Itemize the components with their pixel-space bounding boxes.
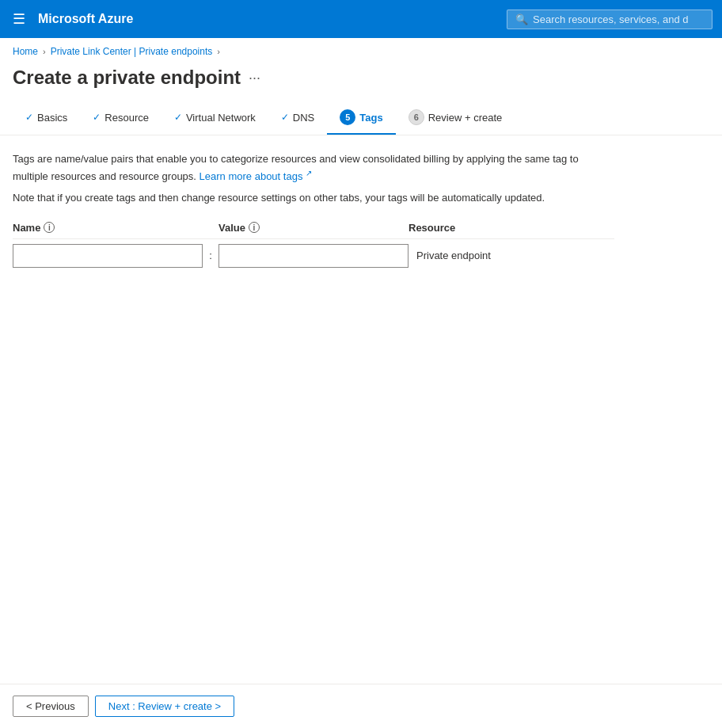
tags-badge: 5 bbox=[340, 109, 355, 125]
page-options-icon[interactable]: ··· bbox=[249, 70, 260, 86]
resource-check-icon: ✓ bbox=[93, 112, 101, 123]
breadcrumb-home[interactable]: Home bbox=[13, 46, 38, 57]
col-header-name: Name i bbox=[13, 222, 203, 234]
dns-check-icon: ✓ bbox=[281, 112, 289, 123]
tags-table: Name i Value i Resource : Private endpoi… bbox=[13, 222, 614, 273]
tab-basics-label: Basics bbox=[37, 112, 67, 124]
tag-value-input[interactable] bbox=[218, 244, 408, 268]
tab-dns[interactable]: ✓ DNS bbox=[268, 104, 327, 133]
tab-virtual-network-label: Virtual Network bbox=[186, 112, 256, 124]
col-resource-label: Resource bbox=[408, 222, 455, 234]
breadcrumb-parent[interactable]: Private Link Center | Private endpoints bbox=[51, 46, 213, 57]
virtual-network-check-icon: ✓ bbox=[174, 112, 182, 123]
note-text: Note that if you create tags and then ch… bbox=[13, 190, 614, 206]
search-icon: 🔍 bbox=[515, 13, 528, 25]
topbar: ☰ Microsoft Azure 🔍 Search resources, se… bbox=[0, 0, 722, 38]
review-create-badge: 6 bbox=[408, 109, 424, 125]
tag-value-cell bbox=[218, 244, 408, 268]
name-info-icon[interactable]: i bbox=[44, 222, 55, 233]
col-header-resource: Resource bbox=[408, 222, 614, 234]
tags-table-row: : Private endpoint bbox=[13, 239, 614, 273]
wizard-tabs: ✓ Basics ✓ Resource ✓ Virtual Network ✓ … bbox=[0, 101, 722, 135]
page-title: Create a private endpoint bbox=[13, 67, 241, 89]
tab-resource-label: Resource bbox=[104, 112, 149, 124]
value-info-icon[interactable]: i bbox=[249, 222, 260, 233]
page-header: Create a private endpoint ··· bbox=[0, 60, 722, 101]
col-value-label: Value bbox=[218, 222, 245, 234]
col-name-label: Name bbox=[13, 222, 40, 234]
tags-table-header: Name i Value i Resource bbox=[13, 222, 614, 239]
col-header-value: Value i bbox=[218, 222, 408, 234]
breadcrumb-sep-1: › bbox=[43, 47, 46, 56]
breadcrumb-sep-2: › bbox=[217, 47, 220, 56]
breadcrumb: Home › Private Link Center | Private end… bbox=[0, 38, 722, 60]
colon-separator: : bbox=[203, 250, 218, 261]
hamburger-menu-icon[interactable]: ☰ bbox=[10, 7, 28, 31]
basics-check-icon: ✓ bbox=[25, 112, 33, 123]
tab-tags-label: Tags bbox=[359, 112, 382, 124]
external-link-icon: ↗ bbox=[306, 169, 312, 177]
tag-name-input[interactable] bbox=[13, 244, 203, 268]
tag-name-cell bbox=[13, 244, 203, 268]
tab-dns-label: DNS bbox=[293, 112, 314, 124]
tab-tags[interactable]: 5 Tags bbox=[327, 101, 395, 135]
tab-virtual-network[interactable]: ✓ Virtual Network bbox=[162, 104, 268, 133]
app-title: Microsoft Azure bbox=[38, 12, 133, 26]
search-placeholder: Search resources, services, and d bbox=[533, 13, 689, 25]
tab-review-create-label: Review + create bbox=[428, 112, 503, 124]
tag-resource-cell: Private endpoint bbox=[408, 250, 614, 261]
tab-review-create[interactable]: 6 Review + create bbox=[396, 101, 515, 135]
tab-resource[interactable]: ✓ Resource bbox=[80, 104, 162, 133]
learn-more-link[interactable]: Learn more about tags ↗ bbox=[200, 170, 312, 182]
tab-basics[interactable]: ✓ Basics bbox=[13, 104, 80, 133]
description-text: Tags are name/value pairs that enable yo… bbox=[13, 151, 614, 184]
main-content: Tags are name/value pairs that enable yo… bbox=[0, 135, 722, 288]
search-box[interactable]: 🔍 Search resources, services, and d bbox=[507, 10, 712, 29]
learn-more-text: Learn more about tags bbox=[200, 170, 303, 182]
